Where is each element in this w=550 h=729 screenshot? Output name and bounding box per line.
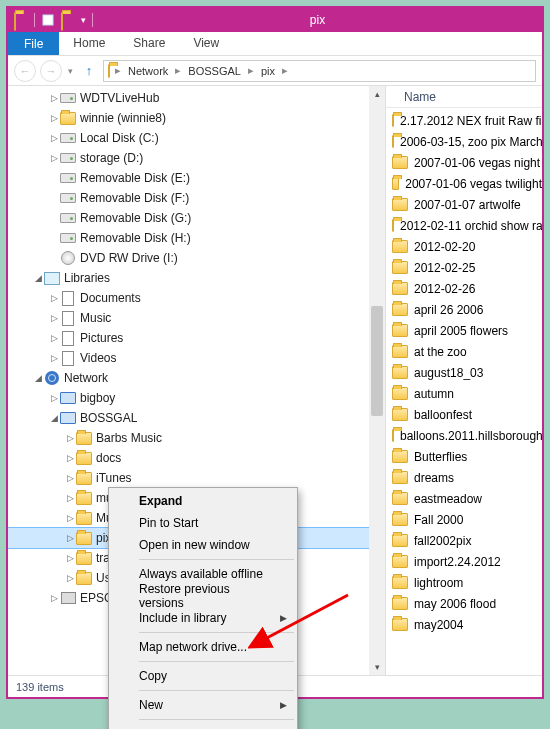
list-item[interactable]: balloonfest (392, 404, 542, 425)
menu-item[interactable]: Properties (111, 723, 295, 729)
tab-share[interactable]: Share (119, 32, 179, 55)
expand-icon[interactable]: ▷ (64, 453, 76, 463)
list-item[interactable]: 2012-02-25 (392, 257, 542, 278)
menu-item[interactable]: Restore previous versions (111, 585, 295, 607)
expand-icon[interactable]: ▷ (48, 113, 60, 123)
expand-icon[interactable]: ▷ (48, 133, 60, 143)
tree-item[interactable]: ▷Music (8, 308, 385, 328)
expand-icon[interactable]: ▷ (64, 573, 76, 583)
scroll-thumb[interactable] (371, 306, 383, 416)
tree-item[interactable]: ▷Videos (8, 348, 385, 368)
back-button[interactable]: ← (14, 60, 36, 82)
tree-item[interactable]: ▷bigboy (8, 388, 385, 408)
chevron-right-icon[interactable]: ▸ (279, 64, 291, 77)
list-item[interactable]: may2004 (392, 614, 542, 635)
expand-icon[interactable]: ▷ (48, 333, 60, 343)
tree-item[interactable]: ▷Documents (8, 288, 385, 308)
tree-item[interactable]: ▷Barbs Music (8, 428, 385, 448)
breadcrumb-bossgal[interactable]: BOSSGAL (186, 65, 243, 77)
tree-item[interactable]: ◢Libraries (8, 268, 385, 288)
tree-item[interactable]: Removable Disk (G:) (8, 208, 385, 228)
expand-icon[interactable]: ▷ (64, 433, 76, 443)
chevron-right-icon[interactable]: ▸ (112, 64, 124, 77)
expand-icon[interactable]: ▷ (48, 153, 60, 163)
list-item[interactable]: 2007-01-06 vegas night (392, 152, 542, 173)
breadcrumb[interactable]: ▸ Network ▸ BOSSGAL ▸ pix ▸ (103, 60, 536, 82)
list-item[interactable]: lightroom (392, 572, 542, 593)
list-item[interactable]: dreams (392, 467, 542, 488)
tree-item[interactable]: Removable Disk (E:) (8, 168, 385, 188)
list-item[interactable]: balloons.2011.hillsborough (392, 425, 542, 446)
list-item[interactable]: import2.24.2012 (392, 551, 542, 572)
chevron-right-icon[interactable]: ▸ (172, 64, 184, 77)
list-item[interactable]: 2007-01-07 artwolfe (392, 194, 542, 215)
list-item[interactable]: 2012-02-26 (392, 278, 542, 299)
tree-item[interactable]: ▷Pictures (8, 328, 385, 348)
qat-properties-icon[interactable] (41, 13, 55, 27)
tree-item[interactable]: ▷storage (D:) (8, 148, 385, 168)
tree-item[interactable]: ▷WDTVLiveHub (8, 88, 385, 108)
list-item[interactable]: 2.17.2012 NEX fruit Raw files (392, 110, 542, 131)
expand-icon[interactable]: ◢ (32, 273, 44, 283)
tab-view[interactable]: View (179, 32, 233, 55)
qat-newfolder-icon[interactable] (61, 13, 75, 27)
tree-item[interactable]: ▷Local Disk (C:) (8, 128, 385, 148)
breadcrumb-pix[interactable]: pix (259, 65, 277, 77)
menu-item[interactable]: Copy (111, 665, 295, 687)
qat-dropdown-icon[interactable]: ▾ (81, 15, 86, 25)
menu-item[interactable]: New▶ (111, 694, 295, 716)
list-item[interactable]: 2012-02-11 orchid show raw (392, 215, 542, 236)
tree-item[interactable]: Removable Disk (H:) (8, 228, 385, 248)
list-item[interactable]: april 26 2006 (392, 299, 542, 320)
expand-icon[interactable]: ▷ (48, 313, 60, 323)
list-item[interactable]: eastmeadow (392, 488, 542, 509)
expand-icon[interactable]: ▷ (48, 93, 60, 103)
menu-item[interactable]: Open in new window (111, 534, 295, 556)
menu-item[interactable]: Expand (111, 490, 295, 512)
expand-icon[interactable]: ▷ (64, 553, 76, 563)
list-item[interactable]: august18_03 (392, 362, 542, 383)
list-item[interactable]: Butterflies (392, 446, 542, 467)
tree-item[interactable]: ▷winnie (winnie8) (8, 108, 385, 128)
expand-icon[interactable]: ▷ (64, 493, 76, 503)
menu-item[interactable]: Map network drive... (111, 636, 295, 658)
scroll-up-icon[interactable]: ▴ (369, 86, 385, 102)
expand-icon[interactable]: ▷ (48, 353, 60, 363)
list-item[interactable]: 2012-02-20 (392, 236, 542, 257)
expand-icon[interactable]: ▷ (64, 473, 76, 483)
tree-item[interactable]: ▷docs (8, 448, 385, 468)
list-item[interactable]: april 2005 flowers (392, 320, 542, 341)
list-item[interactable]: fall2002pix (392, 530, 542, 551)
file-tab[interactable]: File (8, 32, 59, 55)
scroll-down-icon[interactable]: ▾ (369, 659, 385, 675)
expand-icon[interactable]: ▷ (48, 393, 60, 403)
tree-item[interactable]: ▷iTunes (8, 468, 385, 488)
tree-item[interactable]: ◢BOSSGAL (8, 408, 385, 428)
list-item[interactable]: at the zoo (392, 341, 542, 362)
breadcrumb-network[interactable]: Network (126, 65, 170, 77)
chevron-right-icon[interactable]: ▸ (245, 64, 257, 77)
expand-icon[interactable]: ▷ (64, 533, 76, 543)
forward-button[interactable]: → (40, 60, 62, 82)
list-item[interactable]: may 2006 flood (392, 593, 542, 614)
column-header-name[interactable]: Name (386, 86, 542, 108)
expand-icon[interactable]: ▷ (64, 513, 76, 523)
list-item[interactable]: autumn (392, 383, 542, 404)
list-item[interactable]: 2007-01-06 vegas twilight (392, 173, 542, 194)
menu-item[interactable]: Pin to Start (111, 512, 295, 534)
titlebar[interactable]: ▾ pix (8, 8, 542, 32)
tree-scrollbar[interactable]: ▴ ▾ (369, 86, 385, 675)
list-item[interactable]: 2006-03-15, zoo pix March 2 (392, 131, 542, 152)
tree-item[interactable]: ◢Network (8, 368, 385, 388)
list-item[interactable]: Fall 2000 (392, 509, 542, 530)
tree-item[interactable]: DVD RW Drive (I:) (8, 248, 385, 268)
recent-dropdown-icon[interactable]: ▾ (66, 66, 75, 76)
menu-item[interactable]: Include in library▶ (111, 607, 295, 629)
expand-icon[interactable]: ▷ (48, 593, 60, 603)
file-list[interactable]: Name 2.17.2012 NEX fruit Raw files2006-0… (386, 86, 542, 675)
up-button[interactable]: ↑ (79, 61, 99, 81)
expand-icon[interactable]: ◢ (48, 413, 60, 423)
tab-home[interactable]: Home (59, 32, 119, 55)
expand-icon[interactable]: ◢ (32, 373, 44, 383)
tree-item[interactable]: Removable Disk (F:) (8, 188, 385, 208)
